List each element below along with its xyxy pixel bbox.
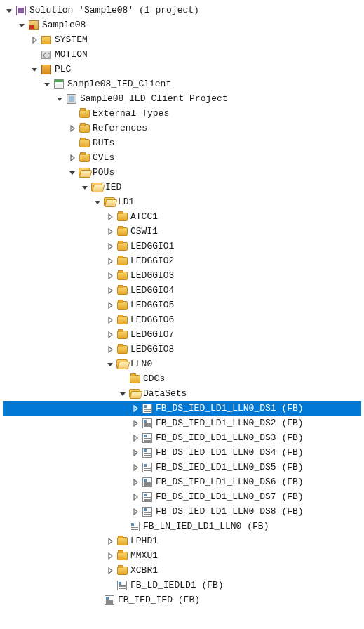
tree-item-fbld[interactable]: FB_LD_IEDLD1 (FB) <box>3 578 361 592</box>
chevron-down-icon[interactable] <box>4 6 14 15</box>
chevron-down-icon[interactable] <box>17 20 27 30</box>
chevron-right-icon[interactable] <box>130 507 140 517</box>
folder-open-icon <box>129 388 140 399</box>
tree-item-ds7[interactable]: FB_DS_IED_LD1_LLN0_DS7 (FB) <box>3 489 361 504</box>
tree-item-gvls[interactable]: GVLs <box>3 150 361 165</box>
tree-item-plc[interactable]: PLC <box>3 62 361 77</box>
chevron-down-icon[interactable] <box>118 389 128 399</box>
folder-icon <box>116 314 128 326</box>
tree-item-label: IED <box>105 182 121 192</box>
chevron-down-icon[interactable] <box>42 79 52 89</box>
tree-item-suffix: (FB) <box>276 418 304 428</box>
chevron-right-icon[interactable] <box>130 463 140 472</box>
folder-icon <box>79 152 90 164</box>
tree-item-mmxu1[interactable]: MMXU1 <box>3 548 361 563</box>
tree-item-cswi1[interactable]: CSWI1 <box>3 224 361 239</box>
tree-item-ds2[interactable]: FB_DS_IED_LD1_LLN0_DS2 (FB) <box>3 416 361 430</box>
tree-item-label: FB_DS_IED_LD1_LLN0_DS6 <box>156 477 276 487</box>
tree-item-ds1[interactable]: FB_DS_IED_LD1_LLN0_DS1 (FB) <box>3 401 361 416</box>
chevron-down-icon[interactable] <box>80 183 90 192</box>
tree-item-suffix: (FB) <box>241 521 269 531</box>
tree-item-sol[interactable]: Solution 'Sample08' (1 project) <box>3 3 361 18</box>
chevron-right-icon[interactable] <box>105 227 115 237</box>
tree-item-ds5[interactable]: FB_DS_IED_LD1_LLN0_DS5 (FB) <box>3 460 361 475</box>
fb-icon <box>142 506 153 517</box>
folder-icon <box>116 256 128 267</box>
tree-item-lg2[interactable]: LEDGGIO2 <box>3 253 361 268</box>
chevron-right-icon[interactable] <box>105 271 115 281</box>
tree-item-app[interactable]: Sample08_IED_Client <box>3 77 361 91</box>
chevron-down-icon[interactable] <box>29 65 39 74</box>
tree-item-label: LEDGGIO8 <box>130 344 174 355</box>
tree-item-lg5[interactable]: LEDGGIO5 <box>3 298 361 312</box>
folder-icon <box>116 344 128 355</box>
tree-item-lg3[interactable]: LEDGGIO3 <box>3 268 361 283</box>
folder-icon <box>116 536 128 547</box>
tree-item-fbied[interactable]: FB_IED_IED (FB) <box>3 592 361 607</box>
tree-item-lg6[interactable]: LEDGGIO6 <box>3 312 361 327</box>
solution-explorer-tree[interactable]: Solution 'Sample08' (1 project)Sample08S… <box>3 3 361 607</box>
tree-item-label: FB_DS_IED_LD1_LLN0_DS2 <box>156 418 276 428</box>
chevron-right-icon[interactable] <box>130 418 140 428</box>
tree-item-cdcs[interactable]: CDCs <box>3 371 361 386</box>
chevron-right-icon[interactable] <box>105 345 115 355</box>
tree-item-projinst[interactable]: Sample08_IED_Client Project <box>3 91 361 106</box>
chevron-right-icon[interactable] <box>105 566 115 576</box>
tree-item-ds8[interactable]: FB_DS_IED_LD1_LLN0_DS8 (FB) <box>3 504 361 519</box>
tree-item-lln0[interactable]: LLN0 <box>3 357 361 371</box>
chevron-right-icon[interactable] <box>130 492 140 502</box>
chevron-down-icon[interactable] <box>93 197 102 207</box>
tree-item-label: MOTION <box>55 49 88 60</box>
folder-icon <box>116 285 128 296</box>
tree-item-label: SYSTEM <box>55 34 88 45</box>
tree-item-duts[interactable]: DUTs <box>3 135 361 150</box>
chevron-right-icon[interactable] <box>130 448 140 458</box>
chevron-right-icon[interactable] <box>67 124 77 133</box>
chevron-right-icon[interactable] <box>130 477 140 487</box>
tree-item-lg1[interactable]: LEDGGIO1 <box>3 239 361 253</box>
folder-icon <box>79 123 90 134</box>
tree-item-lg8[interactable]: LEDGGIO8 <box>3 342 361 357</box>
tree-item-ld1[interactable]: LD1 <box>3 194 361 209</box>
tree-item-ds6[interactable]: FB_DS_IED_LD1_LLN0_DS6 (FB) <box>3 475 361 489</box>
chevron-right-icon[interactable] <box>105 300 115 310</box>
tree-item-ds4[interactable]: FB_DS_IED_LD1_LLN0_DS4 (FB) <box>3 445 361 460</box>
tree-item-ied[interactable]: IED <box>3 180 361 194</box>
chevron-down-icon[interactable] <box>67 168 77 178</box>
tree-item-ds3[interactable]: FB_DS_IED_LD1_LLN0_DS3 (FB) <box>3 430 361 445</box>
tree-item-motion[interactable]: MOTION <box>3 47 361 62</box>
tree-item-lg7[interactable]: LEDGGIO7 <box>3 327 361 342</box>
folder-icon <box>116 211 128 223</box>
chevron-right-icon[interactable] <box>105 256 115 266</box>
tree-item-xcbr1[interactable]: XCBR1 <box>3 563 361 578</box>
chevron-right-icon[interactable] <box>105 212 115 222</box>
chevron-right-icon[interactable] <box>105 241 115 251</box>
tree-item-ref[interactable]: References <box>3 121 361 135</box>
folder-icon <box>116 241 128 252</box>
tree-item-system[interactable]: SYSTEM <box>3 32 361 47</box>
app-icon <box>53 79 65 90</box>
tree-item-datasets[interactable]: DataSets <box>3 386 361 401</box>
chevron-right-icon[interactable] <box>29 35 39 45</box>
chevron-right-icon[interactable] <box>105 330 115 340</box>
chevron-down-icon[interactable] <box>105 359 115 369</box>
chevron-right-icon[interactable] <box>105 551 115 561</box>
tree-item-lphd1[interactable]: LPHD1 <box>3 534 361 548</box>
chevron-right-icon[interactable] <box>105 315 115 325</box>
tree-item-pous[interactable]: POUs <box>3 165 361 180</box>
chevron-right-icon[interactable] <box>130 433 140 443</box>
tree-item-lnied[interactable]: FB_LN_IED_LD1_LLN0 (FB) <box>3 519 361 534</box>
tree-item-proj[interactable]: Sample08 <box>3 18 361 32</box>
tree-item-suffix: (FB) <box>196 580 224 590</box>
chevron-right-icon[interactable] <box>105 286 115 296</box>
tree-item-ext[interactable]: External Types <box>3 106 361 121</box>
tree-item-label: GVLs <box>93 152 114 163</box>
tree-item-atcc1[interactable]: ATCC1 <box>3 209 361 224</box>
chevron-right-icon[interactable] <box>130 404 140 413</box>
chevron-down-icon[interactable] <box>55 94 65 104</box>
chevron-right-icon[interactable] <box>67 153 77 163</box>
tree-item-lg4[interactable]: LEDGGIO4 <box>3 283 361 298</box>
chevron-right-icon[interactable] <box>105 536 115 546</box>
tree-item-label: ATCC1 <box>130 211 158 222</box>
folder-icon <box>116 565 128 576</box>
